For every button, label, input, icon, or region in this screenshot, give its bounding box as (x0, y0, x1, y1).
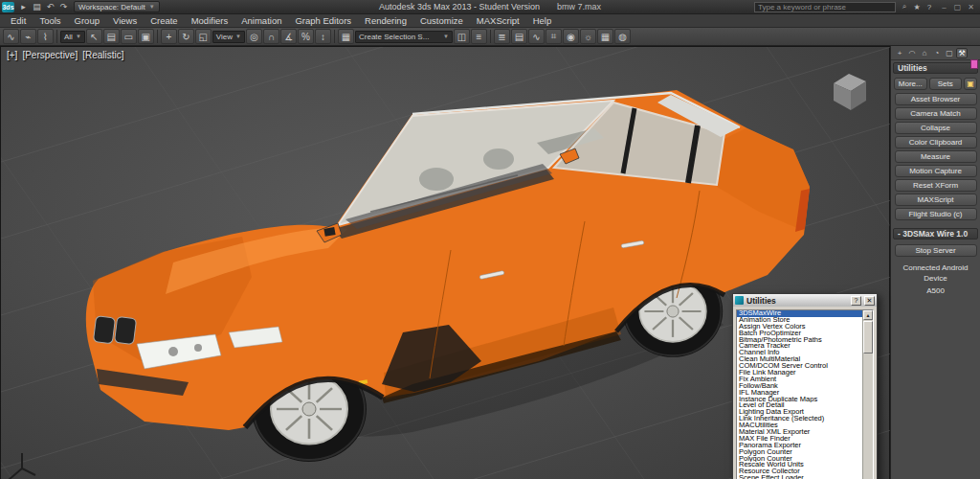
tab-motion[interactable]: ◔ (931, 48, 943, 58)
more-button[interactable]: More... (894, 78, 927, 90)
redo-icon[interactable]: ↷ (57, 2, 70, 11)
tab-display[interactable]: ▢ (944, 48, 955, 58)
rendered-frame-window-icon[interactable]: ▦ (597, 29, 613, 44)
utility-button[interactable]: Measure (895, 150, 977, 163)
utility-list-item[interactable]: MACUtilities (737, 422, 862, 429)
color-swatch[interactable] (970, 59, 978, 69)
tab-modify[interactable]: ◠ (906, 48, 918, 58)
utility-list-item[interactable]: Animation Store (737, 317, 862, 324)
maximize-icon[interactable]: ▢ (951, 3, 964, 11)
utility-list-item[interactable]: Bitmap/Photometric Paths (737, 337, 862, 344)
utility-button[interactable]: Camera Match (895, 107, 977, 120)
dialog-help-button[interactable]: ? (851, 296, 861, 306)
utility-list-item[interactable]: Camera Tracker (737, 343, 862, 350)
reference-coordinate-dropdown[interactable]: View ▼ (212, 31, 245, 43)
scroll-up-icon[interactable]: ▲ (863, 310, 873, 320)
utility-list-item[interactable]: Material XML Exporter (737, 429, 862, 436)
utility-list-item[interactable]: Lighting Data Export (737, 409, 862, 416)
utility-list-item[interactable]: Polygon Counter (737, 449, 862, 456)
named-selection-set-dropdown[interactable]: Create Selection S... ▼ (355, 31, 453, 43)
list-scrollbar[interactable]: ▲ ▼ (862, 310, 873, 479)
select-and-scale-icon[interactable]: ◱ (195, 29, 212, 44)
utility-button[interactable]: Flight Studio (c) (895, 208, 977, 220)
select-by-name-icon[interactable]: ▤ (103, 29, 120, 44)
dialog-title-bar[interactable]: Utilities ? ✕ (733, 294, 877, 307)
bind-to-space-warp-icon[interactable]: ⌇ (37, 29, 54, 44)
utility-list-item[interactable]: Rescale World Units (737, 462, 862, 468)
edit-named-selection-sets-icon[interactable]: ▦ (338, 29, 354, 44)
utility-button[interactable]: Asset Browser (895, 93, 977, 105)
workspace-dropdown[interactable]: Workspace: Default ▼ (74, 1, 160, 12)
viewport-view-label[interactable]: [Perspective] (22, 50, 78, 60)
utilities-rollout-header[interactable]: Utilities (893, 62, 978, 74)
mirror-icon[interactable]: ◫ (454, 29, 470, 44)
menu-item[interactable]: Views (106, 14, 144, 28)
utility-list-item[interactable]: Link Inheritance (Selected) (737, 416, 862, 422)
schematic-view-icon[interactable]: ⌗ (546, 29, 562, 44)
snap-toggle-icon[interactable]: ∩ (263, 29, 279, 44)
favorites-star-icon[interactable]: ★ (911, 3, 923, 11)
menu-item[interactable]: Animation (234, 14, 288, 28)
minimize-icon[interactable]: – (938, 3, 950, 11)
utility-list-item[interactable]: Channel Info (737, 350, 862, 356)
utility-list-item[interactable]: COM/DCOM Server Control (737, 363, 862, 370)
save-icon[interactable]: ▤ (31, 2, 43, 11)
utility-button[interactable]: Color Clipboard (895, 136, 977, 148)
app-logo[interactable]: 3ds (2, 2, 14, 12)
close-icon[interactable]: ✕ (965, 3, 977, 11)
stop-server-button[interactable]: Stop Server (895, 244, 977, 257)
percent-snap-icon[interactable]: % (298, 29, 314, 44)
unlink-selection-icon[interactable]: ⌁ (20, 29, 36, 44)
viewport-style-label[interactable]: [Realistic] (82, 50, 123, 60)
tab-hierarchy[interactable]: ⌂ (919, 48, 930, 58)
undo-icon[interactable]: ↶ (44, 2, 56, 11)
sets-button[interactable]: Sets (929, 78, 963, 90)
window-crossing-icon[interactable]: ▣ (138, 29, 154, 44)
utility-list-item[interactable]: Polygon Counter (737, 456, 862, 463)
configure-button-sets-button[interactable]: ▣ (964, 78, 977, 90)
select-and-rotate-icon[interactable]: ↻ (178, 29, 194, 44)
utility-list-item[interactable]: MAX File Finder (737, 436, 862, 443)
scroll-thumb[interactable] (863, 321, 873, 354)
utility-list-item[interactable]: Level of Detail (737, 402, 862, 409)
utility-list-item[interactable]: Follow/Bank (737, 383, 862, 390)
align-icon[interactable]: ≡ (471, 29, 487, 44)
search-input[interactable] (754, 2, 896, 12)
utility-list-item[interactable]: Instance Duplicate Maps (737, 397, 862, 403)
menu-item[interactable]: Modifiers (185, 14, 235, 28)
utility-list-item[interactable]: IFL Manager (737, 390, 862, 397)
use-pivot-center-icon[interactable]: ◎ (246, 29, 262, 44)
help-icon[interactable]: ? (924, 3, 935, 11)
spinner-snap-icon[interactable]: ↕ (315, 29, 331, 44)
menu-item[interactable]: Help (526, 14, 559, 28)
utility-list-item[interactable]: Assign Vertex Colors (737, 324, 862, 331)
selection-filter-dropdown[interactable]: All ▼ (60, 31, 85, 43)
utility-button[interactable]: Reset XForm (895, 179, 977, 192)
select-and-link-icon[interactable]: ∿ (3, 29, 19, 44)
tab-create[interactable]: + (894, 48, 905, 58)
search-icon[interactable]: ⌕ (899, 2, 910, 11)
rectangular-selection-region-icon[interactable]: ▭ (121, 29, 137, 44)
angle-snap-icon[interactable]: ∡ (280, 29, 297, 44)
menu-item[interactable]: Customize (413, 14, 470, 28)
utility-list-item[interactable]: 3DSMaxWire (737, 310, 862, 317)
select-object-icon[interactable]: ↖ (86, 29, 102, 44)
utility-button[interactable]: Motion Capture (895, 165, 977, 177)
viewport-menu-plus[interactable]: [+] (7, 50, 17, 60)
utility-list-item[interactable]: Fix Ambient (737, 376, 862, 383)
curve-editor-icon[interactable]: ∿ (528, 29, 545, 44)
select-and-move-icon[interactable]: + (161, 29, 177, 44)
menu-item[interactable]: Edit (4, 14, 33, 28)
material-editor-icon[interactable]: ◉ (563, 29, 579, 44)
tab-utilities[interactable]: ⚒ (956, 48, 968, 58)
menu-item[interactable]: Create (144, 14, 185, 28)
utility-list-item[interactable]: Panorama Exporter (737, 443, 862, 449)
menu-item[interactable]: MAXScript (470, 14, 526, 28)
utility-list-item[interactable]: Resource Collector (737, 468, 862, 475)
utility-list-item[interactable]: Scene Effect Loader (737, 475, 862, 479)
dialog-close-button[interactable]: ✕ (864, 296, 875, 306)
wire-rollout-header[interactable]: - 3DSMax Wire 1.0 (893, 228, 978, 240)
layer-manager-icon[interactable]: ≣ (494, 29, 510, 44)
ribbon-toggle-icon[interactable]: ▤ (511, 29, 527, 44)
utility-list-item[interactable]: File Link Manager (737, 370, 862, 376)
